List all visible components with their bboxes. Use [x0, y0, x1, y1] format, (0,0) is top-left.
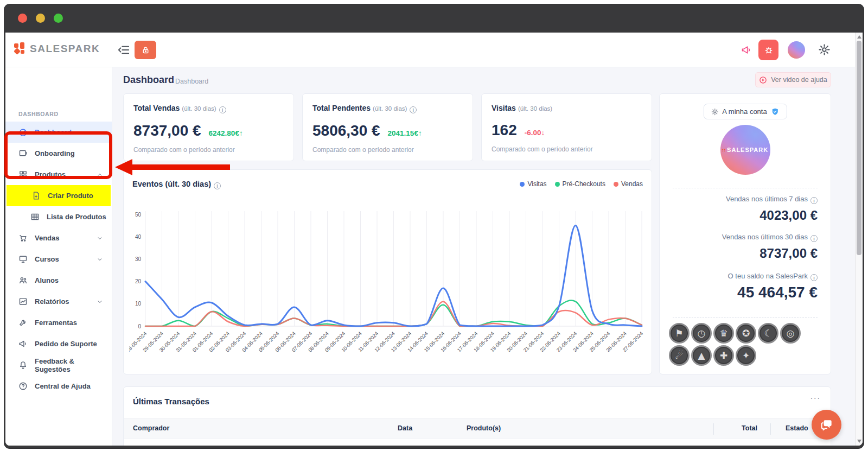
user-avatar[interactable]: [788, 41, 805, 59]
info-icon[interactable]: i: [219, 106, 226, 113]
sidebar-item-feedback-sugest-es[interactable]: Feedback & Sugestões: [5, 354, 112, 376]
minimize-window-button[interactable]: [36, 14, 45, 23]
close-window-button[interactable]: [18, 14, 27, 23]
legend-dot: [520, 182, 525, 187]
table-column-estado: Estado: [786, 424, 808, 432]
stat-card-delta: 6242.80€↑: [209, 129, 243, 137]
grid-icon: [18, 170, 28, 179]
stat-card-subtitle: Comparado com o período anterior: [492, 145, 642, 153]
zoom-window-button[interactable]: [54, 14, 63, 23]
stat-card-title: Total Vendas: [133, 104, 180, 112]
chevron-down-icon: [97, 298, 103, 305]
sidebar-item-vendas[interactable]: Vendas: [5, 227, 112, 249]
my-account-button[interactable]: A minha conta: [703, 104, 787, 119]
column-divider: [770, 423, 771, 435]
info-icon[interactable]: i: [810, 235, 818, 242]
events-chart-card: Eventos (últ. 30 dias)i Visitas Pré-Chec…: [123, 169, 652, 374]
sidebar-item-alunos[interactable]: Alunos: [5, 270, 112, 291]
app-content: SALESPARK: [5, 33, 863, 446]
stat-card-title: Visitas: [492, 104, 516, 112]
bug-report-button[interactable]: [758, 40, 778, 60]
achievement-badges-row: ☄▲✚✦: [669, 345, 756, 366]
info-icon[interactable]: i: [810, 197, 818, 204]
sidebar-item-dashboard[interactable]: Dashboard: [5, 122, 112, 143]
chart-icon: [18, 297, 28, 306]
sidebar-item-produtos[interactable]: Produtos: [5, 164, 112, 185]
sidebar-item-onboarding[interactable]: Onboarding: [5, 143, 112, 164]
flag-badge: ⚑: [669, 323, 690, 344]
app-header: SALESPARK: [5, 33, 863, 67]
legend-item-vendas[interactable]: Vendas: [614, 180, 643, 188]
gauge-icon: [18, 128, 28, 137]
comet-badge: ☄: [669, 345, 690, 366]
stat-card-delta: -6.00↓: [525, 129, 545, 137]
scrollbar-down-arrow[interactable]: [857, 440, 861, 443]
stat-card-value: 5806,30 €: [312, 122, 380, 139]
stopwatch-badge: ◷: [691, 323, 712, 344]
sidebar-item-central-de-ajuda[interactable]: Central de Ajuda: [5, 376, 112, 397]
verified-shield-icon: [771, 107, 780, 116]
legend-item-pr-checkouts[interactable]: Pré-Checkouts: [555, 180, 605, 188]
chat-support-button[interactable]: [812, 410, 841, 440]
chevron-up-icon: [97, 171, 103, 178]
chart-title: Eventos (últ. 30 dias)i: [132, 180, 221, 189]
sidebar-section-label: DASHBOARD: [18, 111, 59, 117]
stat-card-subtitle: Comparado com o período anterior: [312, 146, 463, 154]
scrollbar-thumb[interactable]: [857, 41, 861, 255]
annotation-arrow-head: [115, 159, 132, 175]
sidebar-item-lista-de-produtos[interactable]: Lista de Produtos: [5, 206, 112, 227]
account-avatar[interactable]: ∷SALESPARK: [720, 125, 770, 175]
megaphone-icon: [18, 339, 28, 348]
star-medal-badge: ✦: [736, 345, 756, 366]
info-icon[interactable]: i: [214, 182, 221, 189]
account-stat-label: Vendas nos últimos 7 diasi: [726, 195, 818, 204]
sidebar-item-relat-rios[interactable]: Relatórios: [5, 291, 112, 312]
stat-card-period: (últ. 30 dias): [373, 105, 407, 112]
breadcrumb: Dashboard: [175, 78, 208, 85]
sidebar-item-ferramentas[interactable]: Ferramentas: [5, 312, 112, 333]
annotation-arrow: [131, 164, 230, 170]
main-content: Dashboard Dashboard Ver video de ajuda T…: [112, 67, 855, 446]
stat-card-value: 8737,00 €: [133, 122, 201, 139]
chevron-down-icon: [97, 256, 103, 263]
achievement-badges-row: ⚑◷♛✪☾◎: [669, 323, 801, 344]
window-titlebar: [4, 4, 864, 33]
sidebar-item-pedido-de-suporte[interactable]: Pedido de Suporte: [5, 333, 112, 354]
gear-icon[interactable]: [818, 43, 831, 56]
monitor-icon: [18, 255, 28, 264]
stat-card-title: Total Pendentes: [312, 104, 371, 112]
vertical-scrollbar[interactable]: [855, 33, 863, 446]
account-panel: A minha conta ∷SALESPARK Vendas nos últi…: [659, 93, 831, 374]
transactions-menu-button[interactable]: ...: [810, 391, 821, 401]
transactions-card: Últimas Transações ... CompradorDataProd…: [123, 386, 831, 446]
megaphone-icon[interactable]: [741, 45, 752, 55]
sidebar-nav: Dashboard Onboarding Produtos Criar Prod…: [5, 122, 112, 397]
salespark-logo[interactable]: SALESPARK: [14, 42, 100, 55]
account-stat-value: 8737,00 €: [760, 246, 818, 261]
table-column-total: Total: [716, 424, 757, 432]
sidebar-collapse-icon[interactable]: [117, 44, 130, 56]
table-column-produto-s-: Produto(s): [467, 424, 501, 432]
stat-card-period: (últ. 30 dias): [182, 105, 216, 112]
lock-button[interactable]: [135, 41, 156, 59]
account-stat-value: 45 464,57 €: [737, 284, 818, 301]
stat-card-delta: 2041.15€↑: [388, 129, 422, 137]
sidebar: DASHBOARD Dashboard Onboarding Produtos …: [5, 67, 112, 446]
legend-item-visitas[interactable]: Visitas: [520, 180, 546, 188]
info-icon[interactable]: i: [810, 274, 818, 281]
stat-card-subtitle: Comparado com o período anterior: [133, 146, 284, 154]
info-icon[interactable]: i: [410, 106, 417, 113]
divider: [673, 188, 818, 188]
svg-text:10: 10: [135, 301, 142, 307]
legend-dot: [555, 182, 560, 187]
wrench-icon: [18, 318, 28, 327]
help-video-button[interactable]: Ver video de ajuda: [755, 72, 831, 87]
sidebar-item-criar-produto[interactable]: Criar Produto: [7, 185, 111, 206]
sidebar-item-cursos[interactable]: Cursos: [5, 249, 112, 270]
stat-card-visitas: Visitas(últ. 30 dias) 162 -6.00↓ Compara…: [481, 93, 652, 161]
column-divider: [713, 423, 714, 435]
scrollbar-up-arrow[interactable]: [857, 35, 861, 39]
account-stat-label: O teu saldo na SalesParki: [728, 272, 818, 281]
salespark-logo-icon: [14, 42, 26, 55]
app-window: SALESPARK: [4, 4, 864, 448]
